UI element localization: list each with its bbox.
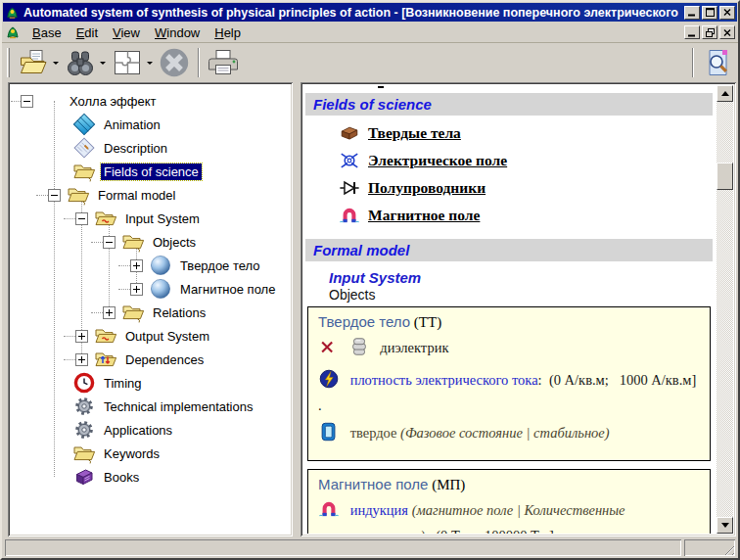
maximize-icon xyxy=(706,8,715,17)
folder-icon xyxy=(67,183,90,207)
menu-help[interactable]: Help xyxy=(208,23,248,42)
tree-item-tverdoe-telo[interactable]: Твердое тело xyxy=(11,254,290,277)
tree-item-dependences[interactable]: Dependences xyxy=(11,348,290,371)
expand-toggle[interactable] xyxy=(130,283,143,296)
scrolled-content-fragment xyxy=(378,86,384,88)
tree-item-input-system[interactable]: Input System xyxy=(11,207,290,230)
tree-item-label[interactable]: Магнитное поле xyxy=(177,281,278,298)
link-tverdye-tela[interactable]: Твердые тела xyxy=(368,124,461,142)
scroll-up-button[interactable] xyxy=(717,85,733,102)
mdi-minimize-button[interactable] xyxy=(684,25,700,39)
menu-window[interactable]: Window xyxy=(148,23,207,42)
close-icon xyxy=(723,9,731,16)
link-row-elektricheskoe-pole[interactable]: Электрическое поле xyxy=(339,147,717,174)
status-bar xyxy=(2,537,738,558)
open-dropdown-arrow[interactable] xyxy=(53,62,59,68)
tree-item-label[interactable]: Холла эффект xyxy=(67,93,160,110)
collapse-toggle[interactable] xyxy=(103,236,116,249)
resize-grip[interactable] xyxy=(721,542,734,555)
tree-item-animation[interactable]: Animation xyxy=(11,113,290,136)
link-row-tverdye-tela[interactable]: Твердые тела xyxy=(339,119,717,147)
sphere-icon xyxy=(149,254,172,277)
scrollbar-thumb[interactable] xyxy=(717,163,733,190)
toolbar-separator xyxy=(198,48,200,77)
collapse-toggle[interactable] xyxy=(48,189,61,202)
menu-view[interactable]: View xyxy=(106,23,147,42)
tree-item-output-system[interactable]: Output System xyxy=(11,324,290,348)
card-row-dielectric: диэлектрик xyxy=(318,336,700,363)
tree-item-description[interactable]: Description xyxy=(11,136,290,160)
mdi-close-button[interactable] xyxy=(719,25,735,39)
folder-icon xyxy=(72,442,96,465)
maximize-button[interactable] xyxy=(702,6,717,20)
tree-item-books[interactable]: Books xyxy=(11,465,290,489)
tree-item-magnitnoe-pole[interactable]: Магнитное поле xyxy=(11,277,290,301)
expand-toggle[interactable] xyxy=(75,353,88,366)
tree-item-label[interactable]: Books xyxy=(101,469,142,486)
close-button[interactable] xyxy=(719,6,735,20)
expand-toggle[interactable] xyxy=(75,330,88,343)
link-poluprovodniki[interactable]: Полупроводники xyxy=(368,179,486,197)
animation-icon xyxy=(72,113,96,136)
menu-edit[interactable]: Edit xyxy=(69,23,105,42)
scroll-down-button[interactable] xyxy=(717,517,733,534)
expand-toggle[interactable] xyxy=(103,306,116,319)
card-row-current-density: плотность электрического тока: (0 А/кв.м… xyxy=(318,368,700,416)
toolbar-grip[interactable] xyxy=(7,48,10,77)
tree-item-label[interactable]: Dependences xyxy=(122,351,207,368)
tree-item-label[interactable]: Animation xyxy=(101,117,163,133)
collapse-toggle[interactable] xyxy=(75,212,88,225)
tree-item-relations[interactable]: Relations xyxy=(11,301,290,324)
open-button[interactable] xyxy=(15,45,52,80)
tree-item-label[interactable]: Technical implementations xyxy=(101,398,255,415)
magnet-icon xyxy=(318,498,340,526)
expand-toggle[interactable] xyxy=(130,259,143,272)
tree-item-formal-model[interactable]: Formal model xyxy=(11,183,290,207)
client-area: Холла эффект Animation Description Field… xyxy=(2,81,738,537)
menu-base[interactable]: Base xyxy=(25,23,69,42)
tree-item-label[interactable]: Formal model xyxy=(95,187,178,204)
tree-item-label[interactable]: Fields of science xyxy=(101,163,202,180)
cancel-button[interactable] xyxy=(156,45,193,80)
tree-item-label[interactable]: Description xyxy=(101,140,170,157)
collapse-toggle[interactable] xyxy=(21,95,33,108)
link-magnitnoe-pole[interactable]: Магнитное поле xyxy=(368,207,480,224)
link-row-magnitnoe-pole[interactable]: Магнитное поле xyxy=(339,202,717,229)
tree-item-holla-effekt[interactable]: Холла эффект xyxy=(11,89,290,113)
tree-item-label[interactable]: Output System xyxy=(122,328,212,345)
mdi-child-icon[interactable] xyxy=(5,24,21,40)
tree-item-label[interactable]: Input System xyxy=(122,210,203,227)
tree-item-label[interactable]: Timing xyxy=(101,375,145,392)
tree-item-applications[interactable]: Applications xyxy=(11,418,290,442)
arrow-up-icon xyxy=(721,87,729,96)
preview-document-icon xyxy=(702,47,733,78)
tree-item-label[interactable]: Applications xyxy=(101,422,175,439)
search-button[interactable] xyxy=(62,45,99,80)
card-row-phase-state: твердое (Фазовое состояние | стабильное) xyxy=(318,421,700,448)
tree-item-fields-of-science[interactable]: Fields of science xyxy=(11,160,290,183)
panel-splitter[interactable] xyxy=(293,82,301,537)
tree-item-timing[interactable]: Timing xyxy=(11,371,290,395)
tree-item-label[interactable]: Objects xyxy=(150,234,199,251)
minimize-button[interactable] xyxy=(684,6,700,20)
tree-item-technical-implementations[interactable]: Technical implementations xyxy=(11,395,290,418)
synthesis-button[interactable] xyxy=(109,45,146,80)
content-area: Fields of science Твердые тела Электриче… xyxy=(303,85,717,534)
toolbar xyxy=(2,43,738,81)
search-dropdown-arrow[interactable] xyxy=(100,62,106,68)
title-bar[interactable]: Automated system of synthesis of physica… xyxy=(3,3,737,22)
description-icon xyxy=(72,136,96,160)
vertical-scrollbar[interactable] xyxy=(717,85,733,534)
synthesis-dropdown-arrow[interactable] xyxy=(147,62,153,68)
tree-item-keywords[interactable]: Keywords xyxy=(11,442,290,465)
preview-button[interactable] xyxy=(699,45,736,80)
mdi-restore-button[interactable] xyxy=(702,25,717,39)
tree-item-label[interactable]: Keywords xyxy=(101,445,162,462)
card-title: Твердое тело (ТТ) xyxy=(318,313,700,331)
print-button[interactable] xyxy=(205,45,242,80)
tree-item-label[interactable]: Твердое тело xyxy=(177,257,263,274)
link-elektricheskoe-pole[interactable]: Электрическое поле xyxy=(368,152,507,169)
tree-item-objects[interactable]: Objects xyxy=(11,230,290,254)
tree-item-label[interactable]: Relations xyxy=(150,304,208,321)
link-row-poluprovodniki[interactable]: Полупроводники xyxy=(339,174,717,202)
